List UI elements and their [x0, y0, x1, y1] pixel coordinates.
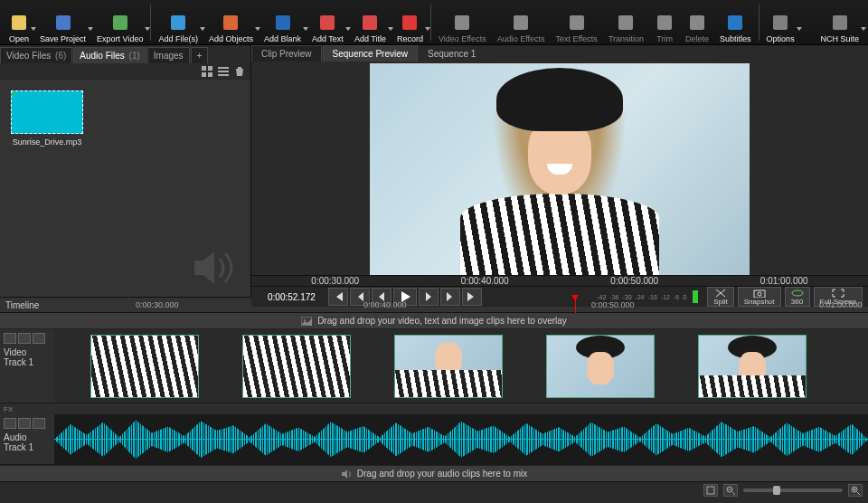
text-effects-icon — [567, 13, 587, 33]
mix-track-hint[interactable]: Drag and drop your audio clips here to m… — [0, 465, 868, 481]
toolbar-label: Subtitles — [720, 34, 751, 43]
zoom-slider[interactable] — [743, 489, 843, 492]
add-files-button[interactable]: Add File(s) — [153, 2, 203, 43]
trash-icon[interactable] — [234, 66, 245, 77]
video-track-1: Video Track 1 — [0, 329, 868, 403]
toolbar-label: Add Text — [312, 34, 344, 43]
tab-clip-preview[interactable]: Clip Preview — [251, 45, 322, 62]
overlay-track-hint[interactable]: Drag and drop your video, text and image… — [0, 313, 868, 329]
grid-view-icon[interactable] — [202, 66, 212, 77]
add-objects-button[interactable]: Add Objects — [203, 2, 259, 43]
svg-rect-0 — [12, 15, 26, 30]
record-icon — [400, 13, 420, 33]
track-label: Video Track 1 — [4, 347, 51, 367]
svg-line-35 — [857, 492, 860, 495]
transition-button[interactable]: Transition — [603, 2, 649, 43]
bin-tab[interactable]: Audio Files (1) — [73, 47, 146, 63]
subtitles-button[interactable]: Subtitles — [714, 2, 757, 43]
add-blank-icon — [273, 13, 293, 33]
audio-track-1: Audio Track 1 — [0, 414, 868, 465]
preview-ruler[interactable]: 0:00:30.000 0:00:40.000 0:00:50.000 0:01… — [251, 275, 868, 286]
svg-rect-4 — [223, 15, 238, 30]
zoom-in-button[interactable] — [848, 484, 863, 497]
svg-rect-18 — [202, 66, 206, 71]
svg-rect-16 — [773, 15, 788, 30]
dropdown-arrow-icon — [425, 27, 430, 31]
video-clip[interactable] — [242, 335, 351, 398]
timeline-panel: Timeline 0:00:30.0000:00:40.0000:00:50.0… — [0, 297, 868, 498]
video-clip[interactable] — [546, 335, 655, 398]
tab-sequence-preview[interactable]: Sequence Preview — [323, 45, 418, 62]
timeline-tick: 0:01:00.000 — [819, 300, 863, 309]
add-blank-button[interactable]: Add Blank — [259, 2, 307, 43]
svg-rect-13 — [657, 15, 672, 30]
add-text-button[interactable]: Add Text — [307, 2, 349, 43]
toolbar-label: Add Title — [354, 34, 386, 43]
delete-button[interactable]: Delete — [680, 2, 714, 43]
fx-strip[interactable]: FX — [0, 403, 868, 414]
video-clip[interactable] — [698, 335, 807, 398]
video-clip[interactable] — [90, 335, 199, 398]
track-mute-button[interactable] — [18, 418, 31, 429]
track-solo-button[interactable] — [33, 418, 45, 429]
add-title-button[interactable]: Add Title — [349, 2, 392, 43]
text-effects-button[interactable]: Text Effects — [551, 2, 603, 43]
export-video-button[interactable]: Export Video — [91, 2, 148, 43]
zoom-bar — [0, 481, 868, 498]
zoom-out-button[interactable] — [723, 484, 738, 497]
video-effects-button[interactable]: Video Effects — [433, 2, 492, 43]
svg-rect-10 — [514, 15, 528, 30]
preview-canvas[interactable] — [251, 62, 868, 275]
audio-waveform[interactable] — [54, 418, 868, 460]
svg-point-26 — [758, 292, 761, 296]
sequence-name: Sequence 1 — [428, 49, 476, 59]
audio-track-header: Audio Track 1 — [0, 414, 54, 464]
svg-rect-21 — [208, 72, 212, 77]
options-icon — [770, 13, 790, 33]
clip-filename: Sunrise_Drive.mp3 — [11, 138, 83, 147]
svg-rect-20 — [202, 72, 206, 77]
record-button[interactable]: Record — [392, 2, 429, 43]
trim-icon — [655, 13, 675, 33]
list-view-icon[interactable] — [218, 66, 229, 77]
zoom-fit-button[interactable] — [703, 484, 718, 497]
toolbar-label: Delete — [685, 34, 709, 43]
video-clip[interactable] — [394, 335, 503, 398]
audio-effects-button[interactable]: Audio Effects — [492, 2, 551, 43]
bin-content[interactable]: ✔ Sunrise_Drive.mp3 — [0, 80, 250, 297]
audio-clip-thumbnail[interactable]: ✔ — [11, 90, 83, 134]
timeline-ruler[interactable]: 0:00:30.0000:00:40.0000:00:50.0000:01:00… — [54, 297, 868, 313]
nch-suite-button[interactable]: NCH Suite — [815, 2, 864, 43]
bin-tab[interactable]: + — [191, 47, 209, 63]
track-mute-button[interactable] — [18, 333, 31, 344]
preview-tabs: Clip Preview Sequence Preview Sequence 1 — [251, 45, 868, 62]
svg-rect-9 — [455, 15, 469, 30]
video-track-body[interactable] — [54, 329, 868, 403]
toolbar-label: NCH Suite — [820, 34, 859, 43]
playhead[interactable] — [575, 297, 576, 313]
svg-rect-11 — [570, 15, 584, 30]
save-project-button[interactable]: Save Project — [34, 2, 91, 43]
bin-tab[interactable]: Video Files (6) — [0, 47, 72, 63]
dropdown-arrow-icon — [861, 27, 866, 31]
preview-panel: Clip Preview Sequence Preview Sequence 1… — [251, 45, 868, 297]
track-solo-button[interactable] — [33, 333, 45, 344]
svg-point-27 — [792, 290, 803, 296]
speaker-icon — [191, 248, 241, 288]
ruler-tick: 0:00:30.000 — [260, 276, 410, 286]
track-lock-button[interactable] — [4, 333, 16, 344]
track-lock-button[interactable] — [4, 418, 16, 429]
svg-rect-17 — [833, 15, 847, 30]
audio-track-body[interactable] — [54, 414, 868, 464]
bin-tab[interactable]: Images — [147, 47, 190, 63]
nch-suite-icon — [830, 13, 850, 33]
trim-button[interactable]: Trim — [649, 2, 680, 43]
svg-rect-14 — [690, 15, 704, 30]
speaker-icon — [341, 470, 352, 479]
open-button[interactable]: Open — [4, 2, 34, 43]
track-label: Audio Track 1 — [4, 432, 51, 452]
add-files-icon — [168, 13, 188, 33]
options-button[interactable]: Options — [761, 2, 800, 43]
svg-rect-3 — [171, 15, 185, 30]
open-icon — [9, 13, 29, 33]
